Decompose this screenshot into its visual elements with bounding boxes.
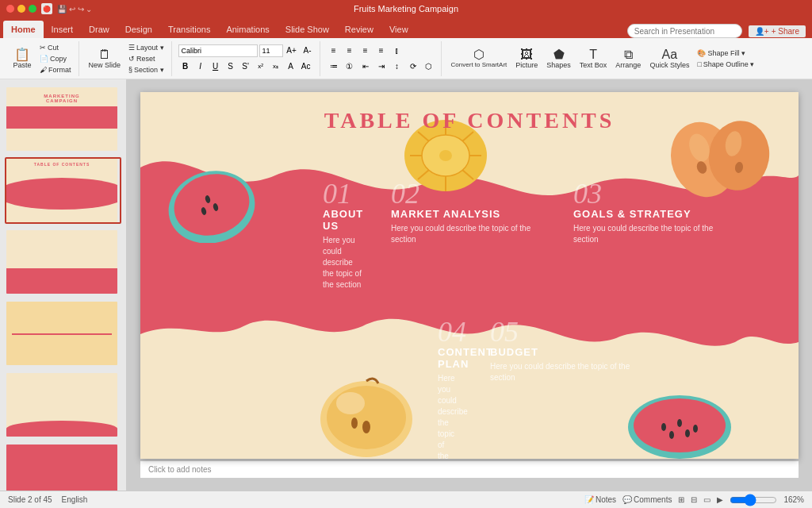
subscript-button[interactable]: x₂ [269, 60, 283, 74]
toc-row-2: 04 CONTENT PLAN Here you could describe … [140, 310, 799, 459]
strikethrough-button[interactable]: S [224, 60, 238, 74]
bold-button[interactable]: B [178, 60, 193, 74]
text-direction-button[interactable]: ⟳ [406, 60, 420, 74]
close-button[interactable] [6, 5, 14, 13]
minimize-button[interactable] [17, 5, 25, 13]
line-spacing-button[interactable]: ↕ [390, 60, 404, 74]
font-color-button[interactable]: A [284, 60, 298, 74]
tab-insert[interactable]: Insert [44, 21, 82, 38]
toc-desc-5: Here you could describe the topic of the… [490, 361, 647, 383]
tab-review[interactable]: Review [337, 21, 381, 38]
toc-label-5: BUDGET [490, 346, 647, 358]
increase-font-button[interactable]: A+ [285, 44, 299, 58]
underline-button[interactable]: U [209, 60, 223, 74]
copy-button[interactable]: 📄 Copy [37, 54, 74, 64]
tab-transitions[interactable]: Transitions [160, 21, 218, 38]
decrease-font-button[interactable]: A- [301, 44, 315, 58]
status-right: 📝 Notes 💬 Comments ⊞ ⊟ ▭ ▶ 162% [584, 494, 804, 506]
tab-home[interactable]: Home [3, 21, 44, 38]
toc-label-2: MARKET ANALYSIS [391, 208, 548, 220]
search-input[interactable] [627, 24, 742, 38]
tab-draw[interactable]: Draw [81, 21, 117, 38]
view-slide-sorter-button[interactable]: ⊟ [691, 495, 697, 504]
slide-thumbnail-5[interactable]: 5 [5, 371, 121, 438]
layout-button[interactable]: ☰ Layout ▾ [126, 43, 167, 52]
cut-button[interactable]: ✂ Cut [37, 43, 74, 52]
superscript-button[interactable]: x² [254, 60, 268, 74]
align-left-button[interactable]: ≡ [327, 44, 341, 58]
tab-slideshow[interactable]: Slide Show [278, 21, 337, 38]
arrange-button[interactable]: ⧉ Arrange [612, 47, 644, 71]
shape-fill-button[interactable]: 🎨 Shape Fill ▾ [695, 48, 756, 58]
slide-thumbnail-3[interactable]: 3 [5, 229, 121, 295]
language-indicator: English [62, 495, 88, 504]
font-family-selector[interactable]: Calibri [178, 44, 258, 57]
slide-title: TABLE OF CONTENTS [140, 108, 799, 133]
view-reading-button[interactable]: ▭ [703, 495, 710, 504]
view-normal-button[interactable]: ⊞ [678, 495, 684, 504]
new-slide-button[interactable]: 🗒 New Slide [86, 47, 124, 71]
view-presentation-button[interactable]: ▶ [717, 495, 723, 504]
toc-num-1: 01 [323, 179, 366, 208]
clipboard-group: 📋 Paste ✂ Cut 📄 Copy 🖌 Format [5, 41, 79, 76]
shapes-button[interactable]: ⬟ Shapes [543, 47, 574, 71]
bullets-button[interactable]: ≔ [327, 60, 341, 74]
smartart-icon: ⬡ [473, 48, 485, 61]
paste-button[interactable]: 📋 Paste [10, 47, 35, 71]
slide-canvas-area: TABLE OF CONTENTS [127, 79, 812, 491]
format-button[interactable]: 🖌 Format [37, 65, 74, 75]
toc-label-1: ABOUT US [323, 208, 366, 232]
zoom-level: 162% [783, 495, 804, 504]
shapes-icon: ⬟ [553, 48, 565, 61]
notes-bar[interactable]: Click to add notes [140, 460, 799, 478]
slide-thumbnail-6[interactable]: 6 [5, 443, 121, 491]
shape-outline-button[interactable]: □ Shape Outline ▾ [695, 60, 756, 69]
quick-styles-button[interactable]: Aa Quick Styles [646, 47, 692, 71]
toc-num-2: 02 [391, 179, 548, 208]
slide-panel[interactable]: 1 MARKETINGCAMPAIGN 2 TABLE OF CONTENTS … [0, 79, 127, 491]
textbox-button[interactable]: T Text Box [576, 47, 611, 71]
toc-item-1: 01 ABOUT US Here you could describe the … [196, 171, 378, 298]
comments-button[interactable]: 💬 Comments [622, 495, 672, 504]
columns-button[interactable]: ⫿ [390, 44, 404, 58]
font-size-selector[interactable]: 11 [259, 44, 283, 57]
traffic-lights [6, 5, 36, 13]
toc-num-4: 04 [438, 318, 449, 346]
align-center-button[interactable]: ≡ [343, 44, 357, 58]
arrange-icon: ⧉ [624, 48, 633, 61]
indent-increase-button[interactable]: ⇥ [374, 60, 389, 74]
new-slide-icon: 🗒 [98, 48, 111, 61]
section-button[interactable]: § Section ▾ [126, 65, 167, 75]
notes-button[interactable]: 📝 Notes [584, 495, 616, 504]
smartart-convert-button[interactable]: ⬡ [422, 60, 436, 74]
numbering-button[interactable]: ① [343, 60, 357, 74]
slide-canvas[interactable]: TABLE OF CONTENTS [140, 92, 799, 459]
toc-label-3: GOALS & STRATEGY [573, 208, 730, 220]
title-bar-controls: 🔴 💾 ↩ ↪ ⌄ [6, 3, 92, 14]
italic-button[interactable]: I [193, 60, 208, 74]
ribbon-tabs: Home Insert Draw Design Transitions Anim… [0, 17, 812, 38]
tab-animations[interactable]: Animations [218, 21, 277, 38]
slide-thumbnail-2[interactable]: 2 TABLE OF CONTENTS [5, 157, 121, 224]
tab-view[interactable]: View [381, 21, 416, 38]
convert-smartart-button[interactable]: ⬡ Convert to SmartArt [448, 47, 511, 70]
slide-thumbnail-1[interactable]: 1 MARKETINGCAMPAIGN [5, 86, 121, 152]
picture-button[interactable]: 🖼 Picture [512, 47, 541, 71]
shadow-button[interactable]: S' [239, 60, 253, 74]
reset-button[interactable]: ↺ Reset [126, 54, 167, 64]
status-bar: Slide 2 of 45 English 📝 Notes 💬 Comments… [0, 491, 812, 508]
notes-icon: 📝 [584, 495, 594, 504]
share-button[interactable]: 👤+ + Share [749, 25, 806, 37]
tab-design[interactable]: Design [117, 21, 160, 38]
indent-decrease-button[interactable]: ⇤ [358, 60, 373, 74]
char-spacing-button[interactable]: Ac [299, 60, 313, 74]
svg-point-11 [439, 150, 452, 161]
slide-thumbnail-4[interactable]: 4 [5, 300, 121, 367]
maximize-button[interactable] [29, 5, 36, 13]
drawing-group: ⬡ Convert to SmartArt 🖼 Picture ⬟ Shapes… [443, 41, 762, 76]
justify-button[interactable]: ≡ [374, 44, 389, 58]
comments-icon: 💬 [622, 495, 632, 504]
toc-num-5: 05 [490, 318, 647, 346]
align-right-button[interactable]: ≡ [358, 44, 373, 58]
zoom-slider[interactable] [730, 494, 777, 506]
